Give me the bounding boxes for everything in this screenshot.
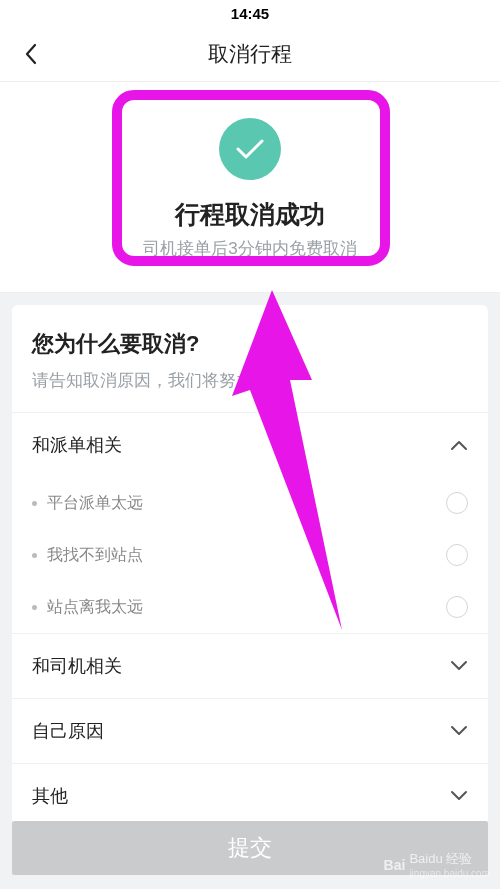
group-label: 其他 [32, 784, 68, 808]
group-dispatch[interactable]: 和派单相关 [12, 412, 488, 477]
group-label: 和派单相关 [32, 433, 122, 457]
chevron-down-icon [450, 790, 468, 802]
page-title: 取消行程 [14, 40, 486, 68]
cancel-reason-card: 您为什么要取消? 请告知取消原因，我们将努力改善 和派单相关 平台派单太远 我找… [12, 305, 488, 830]
nav-bar: 取消行程 [0, 26, 500, 82]
submit-button[interactable]: 提交 [12, 821, 488, 875]
success-banner: 行程取消成功 司机接单后3分钟内免费取消 [0, 82, 500, 293]
status-bar: 14:45 [0, 0, 500, 26]
group-other[interactable]: 其他 [12, 763, 488, 828]
option-cant-find-stop[interactable]: 我找不到站点 [12, 529, 488, 581]
back-button[interactable] [18, 41, 44, 67]
chevron-left-icon [24, 43, 38, 65]
group-self[interactable]: 自己原因 [12, 698, 488, 763]
success-title: 行程取消成功 [143, 198, 356, 231]
group-driver[interactable]: 和司机相关 [12, 633, 488, 698]
success-check-icon [219, 118, 281, 180]
success-subtitle: 司机接单后3分钟内免费取消 [143, 237, 356, 260]
card-header: 您为什么要取消? 请告知取消原因，我们将努力改善 [12, 305, 488, 412]
option-platform-too-far[interactable]: 平台派单太远 [12, 477, 488, 529]
chevron-down-icon [450, 660, 468, 672]
radio-icon [446, 544, 468, 566]
group-label: 自己原因 [32, 719, 104, 743]
chevron-up-icon [450, 439, 468, 451]
group-label: 和司机相关 [32, 654, 122, 678]
option-stop-too-far[interactable]: 站点离我太远 [12, 581, 488, 633]
status-time: 14:45 [231, 5, 269, 22]
radio-icon [446, 596, 468, 618]
chevron-down-icon [450, 725, 468, 737]
radio-icon [446, 492, 468, 514]
card-title: 您为什么要取消? [32, 329, 468, 359]
card-subtitle: 请告知取消原因，我们将努力改善 [32, 369, 468, 392]
